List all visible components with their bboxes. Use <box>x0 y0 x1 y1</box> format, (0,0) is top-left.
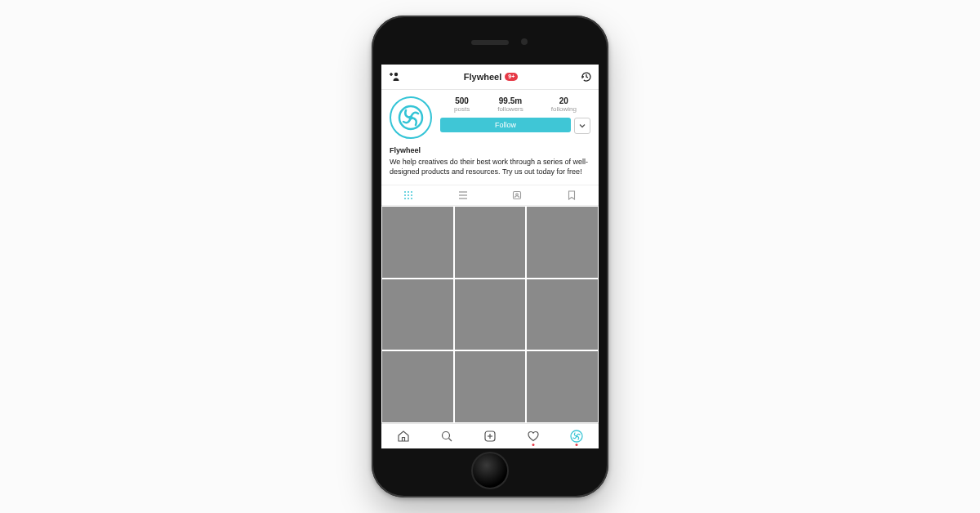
phone-camera <box>521 38 528 45</box>
stat-posts-value: 500 <box>454 96 470 105</box>
grid-icon <box>403 190 413 200</box>
photo-cell[interactable] <box>455 279 526 350</box>
svg-point-19 <box>442 432 449 439</box>
stat-following[interactable]: 20 following <box>551 96 577 113</box>
suggested-users-button[interactable] <box>574 118 590 134</box>
profile-section: 500 posts 99.5m followers 20 following <box>381 90 599 185</box>
svg-line-20 <box>448 439 452 442</box>
bookmark-icon <box>568 190 576 200</box>
nav-add[interactable] <box>482 428 498 444</box>
avatar[interactable] <box>390 96 432 139</box>
photo-cell[interactable] <box>527 351 598 422</box>
photo-cell[interactable] <box>455 351 526 422</box>
home-icon <box>397 430 410 443</box>
svg-point-9 <box>408 194 409 196</box>
stats-row: 500 posts 99.5m followers 20 following <box>440 96 590 113</box>
header-title: Flywheel <box>464 72 501 82</box>
person-tag-icon <box>512 190 522 200</box>
notification-badge[interactable]: 9+ <box>505 73 518 81</box>
photo-cell[interactable] <box>382 207 453 278</box>
stat-followers-value: 99.5m <box>497 96 523 105</box>
bio-text: We help creatives do their best work thr… <box>390 158 588 176</box>
svg-point-12 <box>408 198 409 199</box>
search-icon <box>440 430 453 443</box>
add-post-icon <box>483 430 497 443</box>
history-icon <box>581 71 592 83</box>
stat-posts-label: posts <box>454 105 470 113</box>
svg-point-2 <box>394 73 398 76</box>
svg-point-10 <box>411 194 412 196</box>
photo-cell[interactable] <box>527 207 598 278</box>
bio-name: Flywheel <box>390 145 590 155</box>
tab-grid[interactable] <box>381 185 436 205</box>
photo-grid <box>381 206 599 423</box>
history-button[interactable] <box>581 71 592 83</box>
svg-point-11 <box>404 198 406 199</box>
stat-posts[interactable]: 500 posts <box>454 96 470 113</box>
bottom-nav <box>381 423 599 448</box>
list-icon <box>458 190 468 200</box>
tab-list[interactable] <box>436 185 491 205</box>
photo-cell[interactable] <box>455 207 526 278</box>
app-screen: Flywheel 9+ <box>381 65 599 448</box>
add-friend-button[interactable] <box>388 71 401 83</box>
nav-search[interactable] <box>439 428 455 444</box>
svg-point-4 <box>409 116 413 120</box>
svg-point-6 <box>408 191 409 193</box>
svg-point-13 <box>411 198 412 199</box>
stat-following-value: 20 <box>551 96 577 105</box>
activity-indicator-dot <box>532 444 535 446</box>
phone-speaker <box>471 40 509 45</box>
nav-activity[interactable] <box>525 428 541 444</box>
profile-indicator-dot <box>576 444 578 446</box>
tab-tagged[interactable] <box>490 185 545 205</box>
svg-point-5 <box>404 191 406 193</box>
stat-following-label: following <box>551 105 577 113</box>
tab-saved[interactable] <box>545 185 599 205</box>
phone-home-button[interactable] <box>471 452 509 489</box>
heart-icon <box>527 430 540 443</box>
stat-followers[interactable]: 99.5m followers <box>497 96 523 113</box>
add-person-icon <box>388 71 401 83</box>
svg-point-18 <box>516 194 519 196</box>
view-tabs <box>381 185 599 206</box>
photo-cell[interactable] <box>382 351 453 422</box>
svg-point-7 <box>411 191 412 193</box>
stat-followers-label: followers <box>497 105 523 113</box>
photo-cell[interactable] <box>382 279 453 350</box>
profile-avatar-icon <box>570 430 583 443</box>
flywheel-logo-icon <box>397 104 425 132</box>
nav-home[interactable] <box>395 428 412 444</box>
chevron-down-icon <box>578 122 586 130</box>
phone-frame: Flywheel 9+ <box>372 16 608 497</box>
svg-point-8 <box>404 194 406 196</box>
follow-button[interactable]: Follow <box>440 118 571 132</box>
nav-profile[interactable] <box>568 428 585 444</box>
app-header: Flywheel 9+ <box>381 65 599 90</box>
photo-cell[interactable] <box>527 279 598 350</box>
bio: Flywheel We help creatives do their best… <box>390 145 590 176</box>
